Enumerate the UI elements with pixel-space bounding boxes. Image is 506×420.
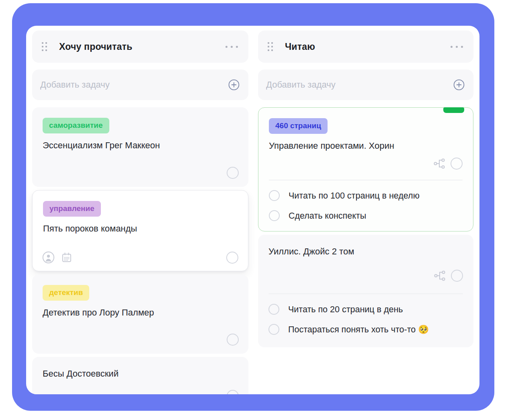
complete-checkbox[interactable]: [451, 270, 463, 282]
subtask-item: Постараться понять хоть что-то 🥺: [268, 323, 463, 336]
subtasks-icon: [433, 157, 445, 170]
column-reading: Читаю 460 страниц Управление проектами. …: [258, 31, 473, 389]
subtask-checkbox[interactable]: [268, 324, 279, 335]
card-project-management[interactable]: 460 страниц Управление проектами. Хорин: [258, 107, 473, 232]
plus-circle-icon: [453, 79, 465, 90]
subtask-item: Сделать конспекты: [269, 209, 463, 222]
card-actions: [269, 157, 463, 170]
complete-checkbox[interactable]: [227, 390, 239, 394]
assignee-icon[interactable]: [42, 251, 55, 264]
column-header: Хочу прочитать: [32, 31, 248, 63]
subtask-list: Читать по 100 страниц в неделю Сделать к…: [269, 189, 463, 222]
drag-handle-icon[interactable]: [42, 42, 47, 51]
card-title: Управление проектами. Хорин: [269, 140, 463, 152]
card-tag: управление: [43, 201, 101, 217]
subtasks-icon: [434, 269, 446, 282]
add-task-button[interactable]: [453, 79, 465, 90]
complete-checkbox[interactable]: [451, 158, 463, 170]
card-joyce[interactable]: Уиллис. Джойс 2 том: [258, 235, 473, 347]
app-frame: Хочу прочитать саморазвитие Эссенциализм…: [12, 3, 494, 411]
subtask-checkbox[interactable]: [269, 190, 280, 201]
card-footer: [42, 251, 238, 264]
plus-circle-icon: [228, 79, 240, 90]
column-menu-button[interactable]: [451, 43, 463, 51]
subtask-list: Читать по 20 страниц в день Постараться …: [268, 303, 463, 336]
progress-indicator: [443, 107, 464, 113]
card-tag: детектив: [43, 285, 89, 301]
card-title: Эссенциализм Грег Маккеон: [43, 140, 238, 152]
card-list: саморазвитие Эссенциализм Грег Маккеон у…: [32, 107, 248, 394]
column-menu-button[interactable]: [225, 43, 238, 51]
column-title: Читаю: [285, 41, 315, 52]
card-divider: [268, 293, 463, 294]
card-title: Пять пороков команды: [43, 223, 238, 235]
column-title: Хочу прочитать: [59, 41, 132, 52]
add-task-bar: [258, 70, 473, 100]
board-panel: Хочу прочитать саморазвитие Эссенциализм…: [26, 26, 479, 394]
complete-checkbox[interactable]: [227, 167, 239, 179]
card-title: Детектив про Лору Палмер: [43, 307, 238, 319]
add-task-button[interactable]: [228, 79, 240, 90]
add-task-bar: [32, 70, 248, 100]
subtask-label: Сделать конспекты: [289, 209, 366, 222]
column-header: Читаю: [258, 31, 473, 63]
complete-checkbox[interactable]: [227, 334, 239, 346]
subtask-label: Постараться понять хоть что-то 🥺: [288, 323, 429, 336]
complete-checkbox[interactable]: [226, 252, 238, 264]
subtask-item: Читать по 20 страниц в день: [268, 303, 463, 316]
add-task-input[interactable]: [266, 80, 453, 90]
card-tag: 460 страниц: [269, 118, 328, 134]
card-title: Бесы Достоевский: [43, 368, 238, 380]
card-tag: саморазвитие: [43, 118, 109, 133]
add-task-input[interactable]: [40, 80, 228, 90]
due-date-icon[interactable]: [61, 252, 72, 263]
drag-handle-icon[interactable]: [268, 42, 273, 51]
card-demons[interactable]: Бесы Достоевский: [32, 357, 248, 394]
subtask-item: Читать по 100 страниц в неделю: [269, 189, 463, 202]
subtask-checkbox[interactable]: [268, 304, 279, 315]
card-five-dysfunctions[interactable]: управление Пять пороков команды: [32, 190, 248, 271]
card-essentialism[interactable]: саморазвитие Эссенциализм Грег Маккеон: [32, 107, 248, 187]
card-list: 460 страниц Управление проектами. Хорин: [258, 107, 473, 347]
subtask-label: Читать по 20 страниц в день: [288, 303, 403, 316]
subtask-checkbox[interactable]: [269, 210, 280, 221]
column-want-to-read: Хочу прочитать саморазвитие Эссенциализм…: [32, 31, 248, 389]
card-detective[interactable]: детектив Детектив про Лору Палмер: [32, 275, 248, 354]
card-divider: [269, 180, 463, 180]
card-actions: [268, 269, 463, 282]
card-title: Уиллис. Джойс 2 том: [268, 246, 463, 258]
subtask-label: Читать по 100 страниц в неделю: [289, 189, 420, 202]
